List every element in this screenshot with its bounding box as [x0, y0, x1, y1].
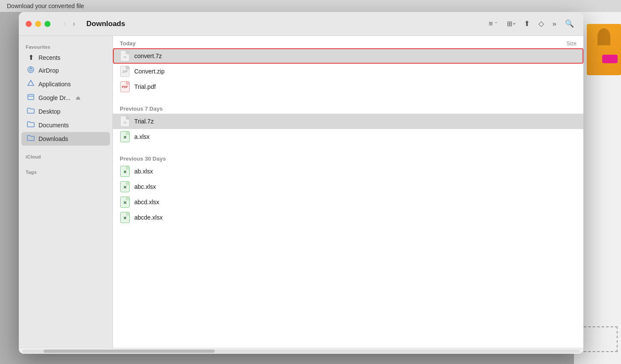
downloads-folder-icon [27, 134, 35, 144]
sidebar-item-label-google-drive: Google Dr... [38, 94, 71, 101]
more-button[interactable]: » [550, 18, 559, 30]
finder-toolbar: ‹ › Downloads ≡ ⌃ ⊞ ▾ ⬆ ◇ » 🔍 [19, 12, 583, 36]
file-name-trial-pdf: Trial.pdf [134, 83, 577, 90]
minimize-button[interactable] [35, 21, 41, 27]
prev7-label: Previous 7 Days [120, 106, 163, 112]
scrollbar-track[interactable] [22, 349, 580, 353]
share-icon: ⬆ [524, 19, 530, 28]
close-button[interactable] [26, 21, 32, 27]
sidebar-item-recents[interactable]: ⬆ Recents [21, 51, 110, 64]
file-name-convert-7z: convert.7z [134, 53, 577, 59]
icloud-label: iCloud [19, 151, 112, 161]
search-icon: 🔍 [565, 19, 574, 28]
sidebar-item-downloads[interactable]: Downloads [21, 132, 110, 146]
top-hint-text: Download your converted file [7, 3, 84, 9]
top-hint-bar: Download your converted file [0, 0, 621, 12]
sidebar-item-label-recents: Recents [38, 54, 60, 61]
sidebar-item-documents[interactable]: Documents [21, 118, 110, 132]
bottom-scrollbar[interactable] [19, 348, 583, 354]
tag-button[interactable]: ◇ [536, 18, 547, 30]
finder-sidebar: Favourites ⬆ Recents AirDrop [19, 36, 113, 348]
list-view-chevron: ⌃ [494, 21, 498, 27]
toolbar-title: Downloads [86, 20, 125, 28]
svg-rect-3 [28, 94, 34, 100]
file-icon-abcde-xlsx: ✕ [120, 212, 130, 223]
applications-icon [27, 79, 35, 89]
file-name-abcd-xlsx: abcd.xlsx [134, 199, 577, 205]
file-name-ab-xlsx: ab.xlsx [134, 168, 577, 175]
file-icon-a-xlsx: ✕ [120, 132, 130, 142]
list-view-button[interactable]: ≡ ⌃ [486, 18, 501, 30]
today-section-header: Today Size [113, 36, 583, 48]
prev30-section-header: Previous 30 Days [113, 151, 583, 164]
download-button-area [602, 55, 618, 63]
sidebar-item-label-applications: Applications [38, 81, 71, 88]
list-view-icon: ≡ [489, 20, 493, 28]
prev30-label: Previous 30 Days [120, 156, 166, 162]
eject-icon: ⏏ [76, 95, 80, 101]
share-button[interactable]: ⬆ [521, 18, 532, 30]
documents-folder-icon [27, 120, 35, 130]
toolbar-nav: ‹ › [61, 18, 78, 30]
sidebar-item-label-airdrop: AirDrop [38, 67, 59, 74]
tag-icon: ◇ [538, 19, 544, 28]
sidebar-item-google-drive[interactable]: Google Dr... ⏏ [21, 91, 110, 105]
file-name-convert-zip: Convert.zip [134, 68, 577, 75]
person-image [587, 24, 621, 75]
more-icon: » [553, 20, 556, 28]
grid-view-icon: ⊞ [507, 20, 512, 28]
sidebar-item-label-desktop: Desktop [38, 108, 60, 115]
grid-view-button[interactable]: ⊞ ▾ [504, 18, 518, 29]
file-row-trial-7z[interactable]: 7Z Trial.7z [113, 114, 583, 129]
file-row-trial-pdf[interactable]: PDF Trial.pdf [113, 79, 583, 94]
file-name-abc-xlsx: abc.xlsx [134, 183, 577, 190]
file-icon-ab-xlsx: ✕ [120, 166, 130, 176]
tags-label: Tags [19, 166, 112, 176]
sidebar-item-label-documents: Documents [38, 122, 69, 129]
airdrop-icon [27, 66, 35, 75]
sidebar-item-applications[interactable]: Applications [21, 77, 110, 91]
size-sort-label: Size [567, 41, 577, 47]
file-icon-7z: 7Z [120, 51, 130, 61]
sidebar-item-airdrop[interactable]: AirDrop [21, 64, 110, 77]
file-row-a-xlsx[interactable]: ✕ a.xlsx [113, 129, 583, 144]
prev7-section-header: Previous 7 Days [113, 101, 583, 114]
cursor-icon: ⬆ [27, 53, 35, 62]
file-name-a-xlsx: a.xlsx [134, 133, 577, 140]
sidebar-item-label-downloads: Downloads [38, 135, 68, 142]
file-row-abcde-xlsx[interactable]: ✕ abcde.xlsx [113, 210, 583, 225]
toolbar-actions: ≡ ⌃ ⊞ ▾ ⬆ ◇ » 🔍 [486, 18, 577, 30]
file-row-abc-xlsx[interactable]: ✕ abc.xlsx [113, 179, 583, 194]
file-row-ab-xlsx[interactable]: ✕ ab.xlsx [113, 164, 583, 179]
finder-window: ‹ › Downloads ≡ ⌃ ⊞ ▾ ⬆ ◇ » 🔍 [19, 12, 583, 354]
file-name-trial-7z: Trial.7z [134, 118, 577, 125]
sidebar-item-desktop[interactable]: Desktop [21, 105, 110, 118]
grid-chevron-icon: ▾ [513, 21, 515, 26]
file-row-convert-zip[interactable]: ZIP Convert.zip [113, 64, 583, 79]
file-icon-trial-7z: 7Z [120, 116, 130, 126]
desktop-folder-icon [27, 107, 35, 116]
today-label: Today [120, 40, 136, 47]
file-icon-zip: ZIP [120, 66, 130, 76]
file-icon-abc-xlsx: ✕ [120, 182, 130, 192]
finder-body: Favourites ⬆ Recents AirDrop [19, 36, 583, 348]
favourites-label: Favourites [19, 41, 112, 51]
window-controls [26, 21, 50, 27]
file-row-abcd-xlsx[interactable]: ✕ abcd.xlsx [113, 194, 583, 210]
search-button[interactable]: 🔍 [562, 18, 577, 30]
file-name-abcde-xlsx: abcde.xlsx [134, 214, 577, 221]
file-icon-abcd-xlsx: ✕ [120, 197, 130, 207]
file-row-convert-7z[interactable]: 7Z convert.7z [113, 48, 583, 64]
google-drive-icon [27, 93, 35, 103]
scrollbar-thumb[interactable] [44, 349, 215, 353]
back-button[interactable]: ‹ [61, 18, 68, 30]
finder-content[interactable]: Today Size 7Z convert.7z ZIP [113, 36, 583, 348]
maximize-button[interactable] [44, 21, 50, 27]
file-icon-pdf: PDF [120, 82, 130, 92]
forward-button[interactable]: › [70, 18, 78, 30]
